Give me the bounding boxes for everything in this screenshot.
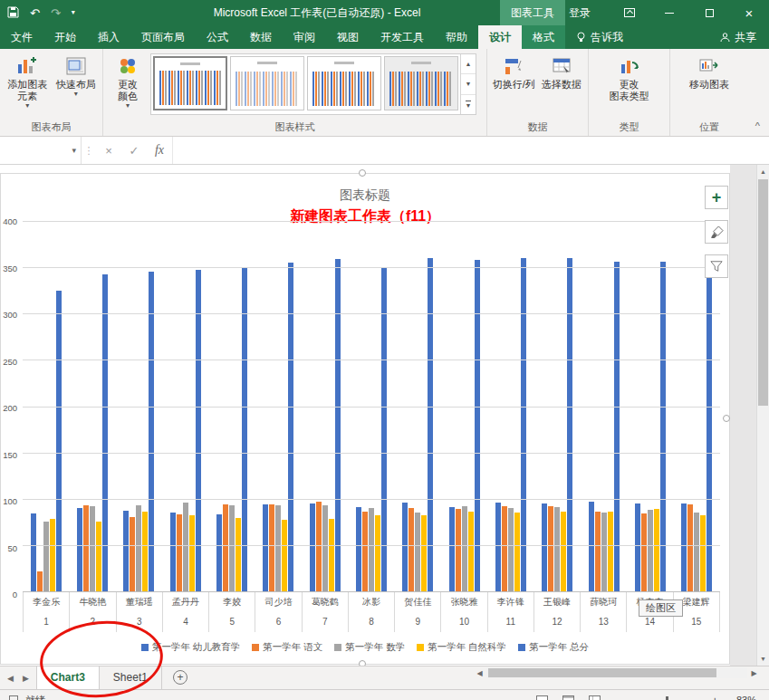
bar[interactable]	[96, 522, 101, 591]
bar[interactable]	[601, 513, 607, 591]
bar[interactable]	[263, 504, 268, 591]
bar[interactable]	[288, 263, 293, 591]
enter-button[interactable]: ✓	[121, 137, 147, 164]
category-axis[interactable]: 李金乐1牛晓艳2董瑞瑶3孟丹丹4李姣5司少培6葛晓鹤7冰影8贺佳佳9张晓雅10李…	[23, 592, 720, 632]
bar[interactable]	[43, 522, 49, 591]
legend-item[interactable]: 第一学年 数学	[334, 641, 405, 654]
bar[interactable]	[37, 571, 43, 591]
category-label[interactable]: 董瑞瑶3	[117, 592, 163, 632]
bar[interactable]	[654, 509, 659, 591]
chart-styles-button[interactable]	[705, 220, 728, 244]
chart-title[interactable]: 图表标题	[1, 187, 729, 204]
bar[interactable]	[77, 508, 82, 591]
bar[interactable]	[170, 513, 176, 591]
category-label[interactable]: 王银峰12	[534, 592, 581, 632]
bar[interactable]	[449, 507, 455, 591]
select-data-button[interactable]: 选择数据	[539, 52, 585, 117]
category-label[interactable]: 李金乐1	[23, 592, 70, 632]
zoom-in-button[interactable]: +	[711, 694, 718, 700]
bar[interactable]	[502, 506, 507, 591]
bar[interactable]	[475, 260, 480, 591]
chart-filters-button[interactable]	[705, 254, 728, 278]
page-break-view-icon[interactable]	[589, 695, 601, 700]
tab-design[interactable]: 设计	[478, 25, 522, 49]
bar[interactable]	[428, 258, 433, 591]
undo-icon[interactable]: ↶	[30, 7, 40, 19]
category-label[interactable]: 李许锋11	[488, 592, 534, 632]
category-label[interactable]: 贺佳佳9	[395, 592, 441, 632]
category-label[interactable]: 孟丹丹4	[163, 592, 209, 632]
sign-in-button[interactable]: 登录	[562, 0, 598, 25]
bar[interactable]	[554, 507, 560, 591]
bar[interactable]	[31, 513, 36, 591]
bar[interactable]	[177, 514, 182, 591]
bar[interactable]	[415, 513, 420, 591]
tab-page-layout[interactable]: 页面布局	[130, 25, 196, 49]
sheet-nav-right-icon[interactable]: ▶	[23, 674, 29, 683]
zoom-out-button[interactable]: -	[630, 694, 633, 700]
macro-record-icon[interactable]	[9, 695, 18, 700]
redo-icon[interactable]: ↷	[51, 7, 61, 19]
page-layout-view-icon[interactable]	[562, 695, 574, 700]
category-label[interactable]: 薛晓珂13	[581, 592, 627, 632]
qat-customize-icon[interactable]: ▾	[72, 9, 75, 16]
bar[interactable]	[456, 509, 461, 591]
bar[interactable]	[362, 512, 368, 591]
vertical-scroll-thumb[interactable]	[758, 179, 768, 406]
category-label[interactable]: 冰影8	[349, 592, 395, 632]
bar[interactable]	[648, 510, 653, 591]
category-label[interactable]: 张晓雅10	[441, 592, 487, 632]
category-label[interactable]: 葛晓鹤7	[303, 592, 349, 632]
bar[interactable]	[335, 259, 341, 591]
add-chart-element-button[interactable]: 添加图表 元素 ▾	[4, 52, 51, 117]
bar[interactable]	[641, 513, 647, 591]
bar[interactable]	[196, 270, 201, 591]
category-label[interactable]: 牛晓艳2	[70, 592, 116, 632]
bar[interactable]	[322, 505, 328, 591]
bar[interactable]	[694, 513, 699, 591]
chart-style-thumbnail[interactable]	[384, 56, 458, 110]
gallery-more-button[interactable]: ▼	[461, 95, 476, 114]
horizontal-scrollbar[interactable]: ◀ ▶	[473, 666, 761, 679]
change-colors-button[interactable]: 更改 颜色 ▾	[107, 52, 149, 117]
bar[interactable]	[614, 262, 620, 591]
bar[interactable]	[687, 504, 693, 591]
bar[interactable]	[468, 512, 474, 591]
collapse-ribbon-button[interactable]: ^	[755, 120, 760, 131]
formula-input[interactable]	[172, 137, 769, 164]
bar[interactable]	[508, 508, 514, 591]
tab-format[interactable]: 格式	[522, 25, 565, 49]
move-chart-button[interactable]: 移动图表	[684, 52, 735, 117]
bar[interactable]	[136, 505, 141, 591]
bar[interactable]	[409, 508, 414, 591]
ribbon-display-options-button[interactable]	[610, 0, 649, 25]
new-sheet-button[interactable]: +	[173, 670, 187, 685]
bar[interactable]	[421, 515, 427, 591]
legend-item[interactable]: 第一学年 总分	[518, 641, 589, 654]
restore-button[interactable]	[689, 0, 729, 25]
bar[interactable]	[514, 513, 520, 591]
tab-home[interactable]: 开始	[43, 25, 87, 49]
zoom-slider-thumb[interactable]	[666, 696, 668, 700]
gallery-up-button[interactable]: ▲	[461, 54, 476, 74]
bar[interactable]	[269, 504, 274, 591]
chart-style-thumbnail[interactable]	[153, 56, 227, 110]
tab-developer[interactable]: 开发工具	[370, 25, 435, 49]
bar[interactable]	[329, 519, 334, 591]
bar[interactable]	[56, 291, 62, 591]
bar[interactable]	[50, 519, 55, 591]
bar[interactable]	[595, 512, 601, 591]
bar[interactable]	[316, 502, 322, 591]
bar[interactable]	[275, 505, 281, 591]
bar[interactable]	[310, 503, 315, 591]
horizontal-scroll-thumb[interactable]	[488, 668, 716, 677]
bar[interactable]	[189, 515, 195, 591]
tab-view[interactable]: 视图	[326, 25, 370, 49]
bar[interactable]	[608, 512, 613, 591]
quick-layout-button[interactable]: 快速布局 ▾	[53, 52, 99, 117]
chart-elements-button[interactable]: +	[705, 186, 728, 209]
bar[interactable]	[375, 515, 380, 591]
chart-area[interactable]: 图表标题 新建图表工作表（f11） 0501001502002503003504…	[0, 173, 730, 665]
bar[interactable]	[229, 505, 235, 591]
gallery-down-button[interactable]: ▼	[461, 74, 476, 94]
